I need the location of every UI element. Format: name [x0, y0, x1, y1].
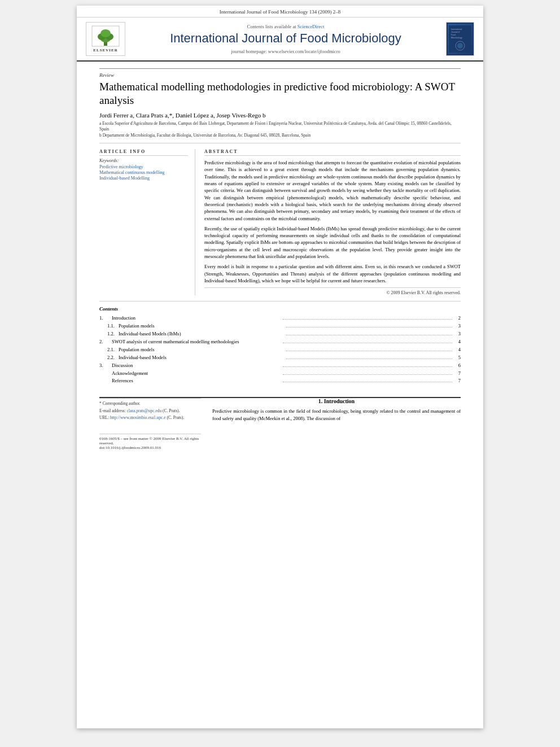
- sciencedirect-link[interactable]: ScienceDirect: [298, 24, 325, 29]
- keywords-label: Keywords:: [99, 158, 188, 163]
- bottom-section: * Corresponding author. E-mail address: …: [77, 398, 483, 450]
- svg-point-12: [457, 43, 463, 49]
- toc-item-ref: References 7: [99, 378, 461, 385]
- article-info-abstract: ARTICLE INFO Keywords: Predictive microb…: [99, 149, 461, 295]
- intro-text: Predictive microbiology is common in the…: [212, 408, 461, 422]
- authors-text: Jordi Ferrer a, Clara Prats a,*, Daniel …: [99, 112, 266, 119]
- affiliations: a Escola Superior d'Agricultura de Barce…: [99, 121, 461, 144]
- doi-text: doi:10.1016/j.ijfoodmicro.2009.01.016: [99, 445, 201, 450]
- svg-text:Microbiology: Microbiology: [451, 37, 462, 39]
- journal-title: International Journal of Food Microbiolo…: [131, 31, 440, 46]
- copyright: © 2009 Elsevier B.V. All rights reserved…: [204, 287, 461, 295]
- keyword-2: Mathematical continuous modelling: [99, 170, 188, 175]
- svg-text:International: International: [451, 28, 462, 30]
- toc-item-ack: Acknowledgement 7: [99, 370, 461, 377]
- article-info-title: ARTICLE INFO: [99, 149, 188, 156]
- article-title: Mathematical modelling methodologies in …: [99, 80, 461, 107]
- journal-center: Contents lists available at ScienceDirec…: [125, 24, 446, 54]
- svg-text:Journal of: Journal of: [451, 31, 460, 33]
- journal-cover: International Journal of Food Microbiolo…: [446, 22, 474, 56]
- toc-item-1-1: 1.1. Population models 3: [99, 323, 461, 330]
- intro-right: 1. Introduction Predictive microbiology …: [212, 398, 461, 450]
- toc-item-2-2: 2.2. Individual-based Models 5: [99, 355, 461, 361]
- toc-item-1: 1. Introduction 2: [99, 315, 461, 322]
- svg-point-4: [100, 29, 111, 37]
- toc-item-2-1: 2.1. Population models 4: [99, 347, 461, 353]
- citation-text: International Journal of Food Microbiolo…: [220, 9, 341, 15]
- toc-item-1-2: 1.2. Individual-based Models (IbMs) 3: [99, 331, 461, 338]
- abstract-title: ABSTRACT: [204, 149, 461, 156]
- abstract-col: ABSTRACT Predictive microbiology is the …: [204, 149, 461, 295]
- keyword-1: Predictive microbiology: [99, 164, 188, 169]
- url-line: URL: http://www.mosimbio.esa1.upc.e (C. …: [99, 415, 201, 421]
- contents-title: Contents: [99, 306, 461, 312]
- section-label: Review: [99, 68, 461, 78]
- svg-text:Food: Food: [451, 34, 456, 36]
- abstract-para2: Recently, the use of spatially explicit …: [204, 225, 461, 260]
- email-link[interactable]: clara.prats@upc.edu: [127, 408, 161, 413]
- keyword-3: Individual-based Modelling: [99, 176, 188, 181]
- intro-title: 1. Introduction: [212, 398, 461, 404]
- corresponding-author: * Corresponding author.: [99, 401, 201, 407]
- journal-homepage: journal homepage: www.elsevier.com/locat…: [131, 49, 440, 54]
- abstract-para3: Every model is built in response to a pa…: [204, 263, 461, 284]
- elsevier-logo: ELSEVIER: [86, 22, 125, 56]
- article-info-col: ARTICLE INFO Keywords: Predictive microb…: [99, 149, 195, 295]
- elsevier-label: ELSEVIER: [93, 48, 117, 53]
- issn-text: 0168-1605/$ – see front matter © 2009 El…: [99, 436, 201, 445]
- contents-section: Contents 1. Introduction 2 1.1. Populati…: [99, 301, 461, 385]
- affiliation-a: a Escola Superior d'Agricultura de Barce…: [99, 121, 461, 133]
- toc-item-2: 2. SWOT analysis of current mathematical…: [99, 339, 461, 346]
- journal-header: ELSEVIER Contents lists available at Sci…: [77, 18, 483, 62]
- elsevier-tree-icon: [91, 25, 120, 47]
- article-content: Review Mathematical modelling methodolog…: [77, 62, 483, 397]
- article-bottom: 0168-1605/$ – see front matter © 2009 El…: [99, 434, 201, 450]
- authors: Jordi Ferrer a, Clara Prats a,*, Daniel …: [99, 112, 461, 119]
- email-line: E-mail address: clara.prats@upc.edu (C. …: [99, 408, 201, 414]
- abstract-para1: Predictive microbiology is the area of f…: [204, 159, 461, 222]
- page: International Journal of Food Microbiolo…: [77, 6, 483, 728]
- journal-cover-image: International Journal of Food Microbiolo…: [448, 24, 473, 54]
- sciencedirect-line: Contents lists available at ScienceDirec…: [131, 24, 440, 29]
- url-link[interactable]: http://www.mosimbio.esa1.upc.e: [110, 415, 166, 420]
- toc-item-3: 3. Discussion 6: [99, 362, 461, 369]
- affiliation-b: b Departament de Microbiologia, Facultat…: [99, 133, 461, 139]
- journal-citation: International Journal of Food Microbiolo…: [77, 6, 483, 18]
- footnotes: * Corresponding author. E-mail address: …: [99, 398, 201, 450]
